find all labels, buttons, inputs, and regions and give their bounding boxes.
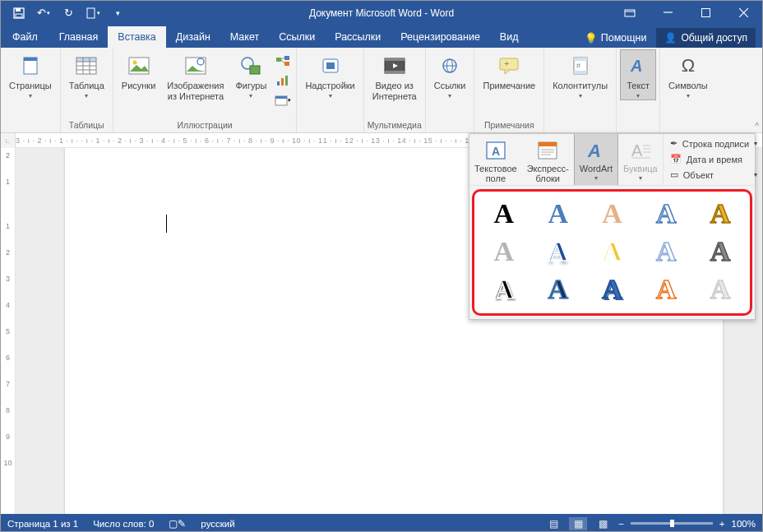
zoom-level[interactable]: 100%	[732, 519, 756, 529]
tab-references[interactable]: Ссылки	[269, 26, 325, 48]
text-icon: A	[625, 53, 651, 79]
online-video-button[interactable]: Видео из Интернета	[368, 49, 422, 101]
headers-label: Колонтитулы	[553, 81, 608, 91]
tab-home[interactable]: Главная	[49, 26, 109, 48]
svg-point-20	[132, 61, 136, 65]
svg-rect-7	[701, 9, 710, 17]
svg-text:#: #	[576, 62, 580, 70]
status-language[interactable]: русский	[201, 519, 234, 529]
headers-button[interactable]: # Колонтитулы ▾	[548, 49, 613, 99]
signature-icon: ✒	[670, 138, 677, 149]
tab-design[interactable]: Дизайн	[166, 26, 220, 48]
wordart-style-3[interactable]: А	[594, 200, 631, 228]
svg-rect-4	[625, 10, 635, 16]
shapes-button[interactable]: Фигуры ▾	[230, 49, 271, 99]
zoom-slider[interactable]	[631, 522, 713, 525]
svg-rect-25	[276, 58, 281, 62]
svg-rect-36	[326, 62, 335, 69]
new-doc-icon[interactable]: ▾	[81, 3, 104, 23]
text-dropdown-side: ✒Строка подписи▾ 📅Дата и время ▭Объект▾	[663, 134, 763, 185]
text-label: Текст	[627, 81, 650, 91]
online-pictures-button[interactable]: Изображения из Интернета	[162, 49, 229, 101]
tab-file[interactable]: Файл	[1, 26, 49, 48]
smartart-icon[interactable]	[273, 51, 293, 71]
comment-icon: +	[496, 53, 522, 79]
textbox-icon: A	[483, 137, 509, 164]
tab-mailings[interactable]: Рассылки	[325, 26, 391, 48]
chevron-down-icon: ▾	[29, 92, 32, 99]
links-button[interactable]: Ссылки ▾	[429, 49, 471, 99]
wordart-style-5[interactable]: А	[702, 200, 738, 228]
pages-button[interactable]: Страницы ▾	[4, 49, 57, 99]
vertical-ruler[interactable]: 2112345678910	[1, 148, 16, 514]
headers-icon: #	[567, 53, 594, 79]
svg-text:A: A	[492, 145, 500, 158]
screenshot-icon[interactable]: ▾	[273, 90, 293, 110]
group-addins: Надстройки ▾	[297, 48, 363, 132]
group-headers-label	[548, 118, 613, 132]
redo-icon[interactable]: ↻	[57, 3, 80, 23]
text-cursor	[166, 215, 167, 233]
zoom-out-icon[interactable]: −	[618, 519, 624, 529]
text-dropdown-toolbar: A Текстовое поле Экспресс- блоки A WordA…	[469, 134, 755, 186]
titlebar: ↶▾ ↻ ▾ ▾ Документ Microsoft Word - Word	[1, 1, 762, 25]
collapse-ribbon-icon[interactable]: ^	[755, 122, 759, 131]
wordart-style-12[interactable]: А	[540, 275, 576, 303]
addins-button[interactable]: Надстройки ▾	[300, 49, 359, 99]
save-icon[interactable]	[7, 3, 30, 23]
wordart-style-11[interactable]: А	[486, 275, 522, 303]
tab-view[interactable]: Вид	[490, 26, 529, 48]
signature-label: Строка подписи	[682, 139, 749, 149]
pictures-button[interactable]: Рисунки	[117, 49, 161, 91]
chevron-down-icon: ▾	[85, 92, 88, 99]
share-button[interactable]: 👤Общий доступ	[656, 28, 756, 48]
table-button[interactable]: Таблица ▾	[64, 49, 109, 99]
quickparts-button[interactable]: Экспресс- блоки	[522, 134, 574, 185]
wordart-style-10[interactable]: А	[702, 238, 738, 266]
tab-review[interactable]: Рецензирование	[391, 26, 490, 48]
object-button[interactable]: ▭Объект▾	[668, 169, 759, 181]
text-button[interactable]: A Текст ▾	[620, 49, 656, 100]
tab-insert[interactable]: Вставка	[108, 26, 165, 48]
wordart-style-7[interactable]: А	[540, 238, 576, 266]
wordart-button[interactable]: A WordArt ▾	[574, 134, 618, 185]
group-media: Видео из Интернета Мультимедиа	[364, 48, 426, 132]
status-page[interactable]: Страница 1 из 1	[7, 519, 78, 529]
status-words[interactable]: Число слов: 0	[93, 519, 154, 529]
bulb-icon: 💡	[585, 32, 598, 44]
datetime-button[interactable]: 📅Дата и время	[668, 153, 759, 165]
web-layout-icon[interactable]: ▩	[594, 517, 612, 530]
tell-me[interactable]: 💡Помощни	[578, 29, 654, 48]
minimize-icon[interactable]	[649, 1, 687, 25]
read-mode-icon[interactable]: ▤	[544, 517, 562, 530]
wordart-style-13[interactable]: А	[594, 275, 631, 303]
share-label: Общий доступ	[681, 32, 747, 44]
undo-icon[interactable]: ↶▾	[32, 3, 55, 23]
svg-rect-26	[284, 56, 289, 60]
signature-line-button[interactable]: ✒Строка подписи▾	[668, 137, 759, 150]
symbols-button[interactable]: Ω Символы ▾	[664, 49, 713, 99]
wordart-style-15[interactable]: А	[702, 275, 738, 303]
chart-icon[interactable]	[273, 71, 293, 90]
textbox-button[interactable]: A Текстовое поле	[469, 134, 522, 185]
spellcheck-icon[interactable]: ▢✎	[169, 518, 186, 530]
zoom-in-icon[interactable]: +	[719, 519, 725, 529]
wordart-style-4[interactable]: А	[648, 200, 684, 228]
maximize-icon[interactable]	[687, 1, 724, 25]
close-icon[interactable]	[724, 1, 762, 25]
comment-button[interactable]: + Примечание	[478, 49, 540, 91]
dropcap-button[interactable]: A Буквица ▾	[618, 134, 663, 185]
wordart-style-9[interactable]: А	[648, 238, 684, 266]
tab-layout[interactable]: Макет	[220, 26, 269, 48]
wordart-style-14[interactable]: А	[648, 275, 684, 303]
statusbar: Страница 1 из 1 Число слов: 0 ▢✎ русский…	[1, 514, 762, 532]
ribbon-options-icon[interactable]	[611, 1, 649, 25]
wordart-style-2[interactable]: А	[540, 200, 576, 228]
wordart-style-6[interactable]: А	[486, 238, 522, 266]
wordart-style-8[interactable]: А	[594, 238, 631, 266]
qat-customize-icon[interactable]: ▾	[106, 3, 129, 23]
svg-rect-38	[385, 58, 405, 61]
wordart-style-1[interactable]: А	[486, 200, 522, 228]
pages-icon	[17, 53, 44, 79]
print-layout-icon[interactable]: ▦	[569, 517, 587, 530]
